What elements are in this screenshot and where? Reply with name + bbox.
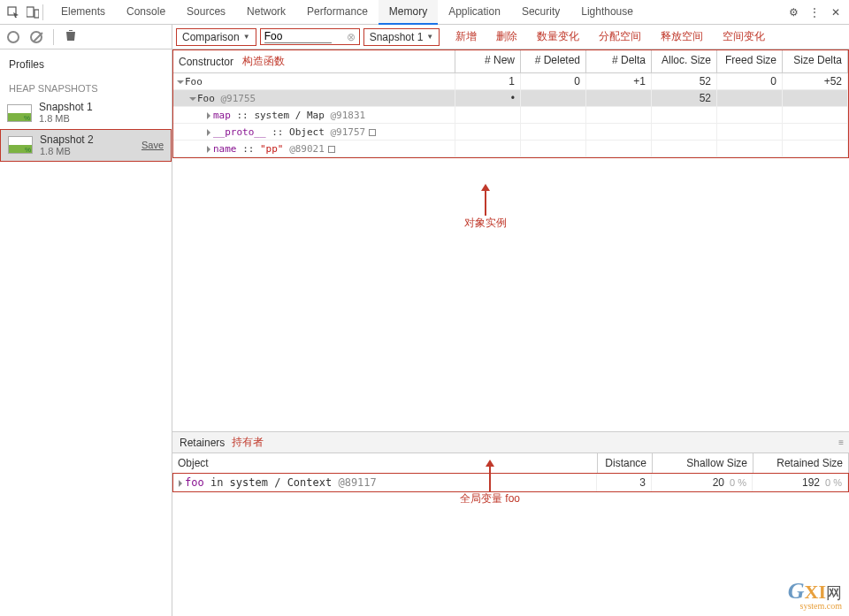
clear-icon[interactable]: [30, 31, 42, 43]
filter-input[interactable]: [264, 30, 332, 43]
svg-rect-1: [27, 7, 34, 17]
th-object[interactable]: Object: [172, 453, 598, 473]
settings-icon[interactable]: ⚙: [784, 3, 803, 22]
table-row[interactable]: Foo10+1520+52: [173, 73, 848, 90]
tab-elements[interactable]: Elements: [50, 0, 116, 25]
snapshot-thumb-icon: [7, 104, 32, 122]
snapshot-thumb-icon: [8, 136, 33, 154]
devtools-tabs: ElementsConsoleSourcesNetworkPerformance…: [50, 0, 784, 25]
device-icon[interactable]: [23, 3, 42, 22]
table-row[interactable]: map :: system / Map @91831: [173, 107, 848, 124]
comparison-table: Constructor构造函数 # New # Deleted # Delta …: [172, 49, 849, 158]
profiles-title: Profiles: [0, 49, 172, 76]
th-delta[interactable]: # Delta: [586, 50, 652, 72]
watermark: GXI网 system.com: [788, 578, 842, 611]
legend: 新增删除数量变化分配空间释放空间空间变化: [455, 29, 765, 44]
heap-snapshots-label: HEAP SNAPSHOTS: [0, 76, 172, 97]
tab-network[interactable]: Network: [236, 0, 296, 25]
tab-lighthouse[interactable]: Lighthouse: [570, 0, 644, 25]
class-filter[interactable]: ⊗: [260, 28, 360, 45]
snapshot-item[interactable]: Snapshot 21.8 MBSave: [0, 129, 172, 163]
th-sized[interactable]: Size Delta: [783, 50, 848, 72]
more-icon[interactable]: ⋮: [805, 3, 824, 22]
th-freed[interactable]: Freed Size: [717, 50, 783, 72]
tab-application[interactable]: Application: [438, 0, 511, 25]
table-row[interactable]: Foo @91755•52: [173, 90, 848, 107]
th-distance[interactable]: Distance: [598, 453, 653, 473]
annotation-instance: 对象实例: [464, 184, 507, 231]
record-icon[interactable]: [7, 31, 19, 43]
annotation-globalvar: 全局变量 foo: [460, 460, 520, 506]
tab-performance[interactable]: Performance: [296, 0, 379, 25]
close-icon[interactable]: ✕: [826, 3, 845, 22]
th-shallow[interactable]: Shallow Size: [653, 453, 753, 473]
th-constructor[interactable]: Constructor: [179, 56, 233, 68]
retainers-menu-icon[interactable]: ≡: [838, 437, 844, 447]
th-new[interactable]: # New: [455, 50, 521, 72]
th-retained[interactable]: Retained Size: [753, 453, 849, 473]
svg-rect-2: [34, 10, 39, 18]
tab-memory[interactable]: Memory: [379, 0, 438, 25]
clear-filter-icon[interactable]: ⊗: [347, 31, 356, 43]
table-row[interactable]: name :: "pp" @89021: [173, 141, 848, 157]
retainers-header: Retainers持有者 ≡: [172, 431, 849, 453]
base-dropdown[interactable]: Snapshot 1▼: [363, 28, 440, 46]
tab-security[interactable]: Security: [511, 0, 570, 25]
inspect-icon[interactable]: [4, 3, 23, 22]
table-row[interactable]: __proto__ :: Object @91757: [173, 124, 848, 141]
save-link[interactable]: Save: [142, 140, 164, 150]
tab-console[interactable]: Console: [116, 0, 176, 25]
tab-sources[interactable]: Sources: [176, 0, 236, 25]
snapshot-item[interactable]: Snapshot 11.8 MB: [0, 97, 172, 129]
delete-icon[interactable]: [65, 29, 77, 44]
view-dropdown[interactable]: Comparison▼: [176, 28, 256, 46]
th-alloc[interactable]: Alloc. Size: [652, 50, 717, 72]
th-deleted[interactable]: # Deleted: [521, 50, 586, 72]
snapshot-list: Snapshot 11.8 MBSnapshot 21.8 MBSave: [0, 97, 172, 162]
